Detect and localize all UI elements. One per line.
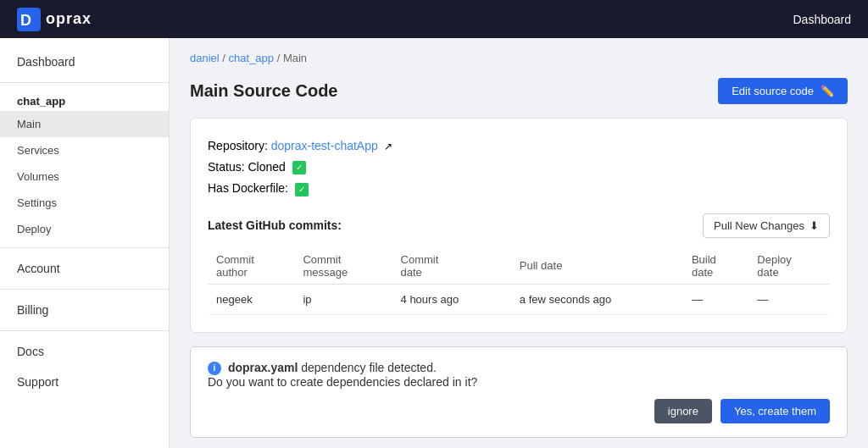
sidebar-item-support[interactable]: Support xyxy=(0,367,169,397)
dockerfile-check-icon xyxy=(295,183,309,196)
sidebar-item-account[interactable]: Account xyxy=(0,253,169,284)
breadcrumb-sep2: / xyxy=(277,52,283,64)
notify-message2: Do you want to create dependencies decla… xyxy=(208,375,477,389)
commits-header: Latest GitHub commits: Pull New Changes … xyxy=(208,213,830,238)
sidebar-item-main[interactable]: Main xyxy=(0,111,169,137)
pull-new-changes-button[interactable]: Pull New Changes ⬇ xyxy=(703,213,830,238)
cell-commit-date: 4 hours ago xyxy=(392,284,511,314)
dockerfile-line: Has Dockerfile: xyxy=(208,178,830,199)
breadcrumb-app[interactable]: chat_app xyxy=(229,52,275,64)
pull-btn-label: Pull New Changes xyxy=(714,219,804,232)
notification-card: i doprax.yaml dependency file detected. … xyxy=(190,346,848,438)
breadcrumb-sep1: / xyxy=(222,52,228,64)
source-code-card: Repository: doprax-test-chatApp ↗ Status… xyxy=(190,118,848,333)
table-row: negeek ip 4 hours ago a few seconds ago … xyxy=(208,284,830,314)
page-header: Main Source Code Edit source code ✏️ xyxy=(190,78,848,104)
repo-info: Repository: doprax-test-chatApp ↗ Status… xyxy=(208,136,830,200)
status-check-icon xyxy=(292,161,306,174)
status-line: Status: Cloned xyxy=(208,157,830,178)
cell-build-date: — xyxy=(683,284,748,314)
notification-actions: ignore Yes, create them xyxy=(208,399,830,423)
pencil-icon: ✏️ xyxy=(821,85,834,97)
col-deploy-date: Deploydate xyxy=(748,248,830,285)
sidebar-divider-2 xyxy=(0,247,169,248)
status-value: Cloned xyxy=(248,160,285,174)
commits-table-header-row: Commitauthor Commitmessage Commitdate Pu… xyxy=(208,248,830,285)
topbar: D oprax Dashboard xyxy=(0,0,868,38)
repo-line: Repository: doprax-test-chatApp ↗ xyxy=(208,136,830,157)
commits-table-head: Commitauthor Commitmessage Commitdate Pu… xyxy=(208,248,830,285)
logo-text: oprax xyxy=(46,10,92,28)
sidebar-divider-4 xyxy=(0,330,169,331)
edit-source-label: Edit source code xyxy=(732,85,814,97)
sidebar-item-settings[interactable]: Settings xyxy=(0,190,169,216)
cell-author: negeek xyxy=(208,284,294,314)
col-author: Commitauthor xyxy=(208,248,294,285)
arrow-down-icon: ⬇ xyxy=(810,219,819,232)
topbar-nav-right[interactable]: Dashboard xyxy=(793,13,852,26)
logo: D oprax xyxy=(17,8,92,31)
sidebar-divider-3 xyxy=(0,289,169,290)
notify-message1: dependency file detected. xyxy=(301,361,437,374)
ignore-button[interactable]: ignore xyxy=(654,399,712,423)
col-commit-date: Commitdate xyxy=(392,248,511,285)
sidebar-item-deploy[interactable]: Deploy xyxy=(0,216,169,242)
repo-link[interactable]: doprax-test-chatApp xyxy=(271,139,378,152)
sidebar-item-billing[interactable]: Billing xyxy=(0,295,169,325)
notify-filename: doprax.yaml xyxy=(228,361,298,374)
cell-message: ip xyxy=(294,284,392,314)
external-link-icon: ↗ xyxy=(384,138,392,157)
edit-source-button[interactable]: Edit source code ✏️ xyxy=(718,78,848,104)
breadcrumb-user[interactable]: daniel xyxy=(190,52,220,64)
sidebar-app-name: chat_app xyxy=(0,88,169,111)
sidebar: Dashboard chat_app Main Services Volumes… xyxy=(0,38,170,448)
sidebar-divider-1 xyxy=(0,82,169,83)
breadcrumb-page: Main xyxy=(283,52,307,64)
col-pull-date: Pull date xyxy=(511,248,683,285)
info-icon: i xyxy=(208,362,221,375)
doprax-logo-icon: D xyxy=(17,8,41,31)
page-title: Main Source Code xyxy=(190,81,337,101)
repo-label: Repository: xyxy=(208,139,268,152)
notification-text: i doprax.yaml dependency file detected. … xyxy=(208,361,830,389)
breadcrumb: daniel / chat_app / Main xyxy=(190,52,848,64)
svg-text:D: D xyxy=(20,12,31,29)
commits-table-body: negeek ip 4 hours ago a few seconds ago … xyxy=(208,284,830,314)
status-label: Status: xyxy=(208,160,245,174)
yes-create-button[interactable]: Yes, create them xyxy=(721,399,830,423)
sidebar-item-volumes[interactable]: Volumes xyxy=(0,163,169,190)
main-content: daniel / chat_app / Main Main Source Cod… xyxy=(170,38,868,448)
sidebar-item-services[interactable]: Services xyxy=(0,137,169,163)
sidebar-item-docs[interactable]: Docs xyxy=(0,336,169,367)
commits-title: Latest GitHub commits: xyxy=(208,218,342,232)
layout: Dashboard chat_app Main Services Volumes… xyxy=(0,38,868,448)
commits-table: Commitauthor Commitmessage Commitdate Pu… xyxy=(208,248,830,315)
dockerfile-label: Has Dockerfile: xyxy=(208,181,288,195)
col-message: Commitmessage xyxy=(294,248,392,285)
cell-pull-date: a few seconds ago xyxy=(511,284,683,314)
sidebar-item-dashboard[interactable]: Dashboard xyxy=(0,47,169,77)
col-build-date: Builddate xyxy=(683,248,748,285)
cell-deploy-date: — xyxy=(748,284,830,314)
